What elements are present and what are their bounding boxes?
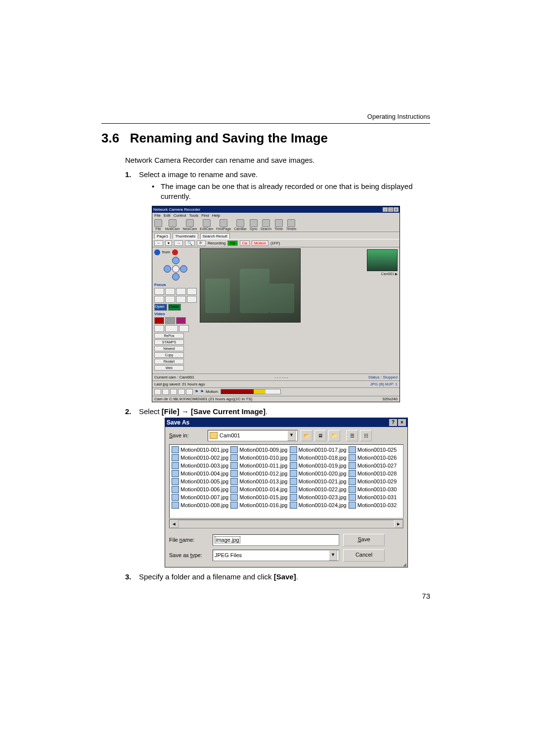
focus-btn[interactable] <box>154 288 164 295</box>
newest-btn[interactable]: Newest <box>154 346 184 351</box>
file-item[interactable]: Motion0010-011.jpg <box>229 462 288 470</box>
tool-findpage[interactable]: FindPage <box>216 219 231 231</box>
menu-help[interactable]: Help <box>212 213 220 218</box>
ptz-up-icon[interactable] <box>172 257 179 264</box>
nav-size[interactable]: ▾ <box>165 240 172 246</box>
filename-input[interactable]: image.jpg <box>213 534 339 546</box>
speaker-icon[interactable] <box>154 249 160 255</box>
snap-btn[interactable] <box>176 317 186 324</box>
nav-next[interactable]: → <box>174 240 183 246</box>
file-item[interactable]: Motion0010-012.jpg <box>229 470 288 477</box>
cam-thumb[interactable] <box>367 249 398 271</box>
file-item[interactable]: Motion0010-010.jpg <box>229 454 288 462</box>
zoom-btn[interactable] <box>176 296 186 303</box>
menu-edit[interactable]: Edit <box>164 213 171 218</box>
resize-grip-icon[interactable]: ◢ <box>165 563 407 567</box>
save-button[interactable]: Save <box>343 534 385 546</box>
stamps-btn[interactable]: STAMPS <box>154 339 184 345</box>
tab-page1[interactable]: Page1 <box>154 233 171 239</box>
rec-ca[interactable]: Ca <box>240 240 250 246</box>
nav-prev[interactable]: ← <box>154 240 163 246</box>
nav-find[interactable]: 🔍 <box>185 240 195 246</box>
desktop-icon[interactable]: 🖥 <box>314 430 326 441</box>
chevron-down-icon[interactable]: ▼ <box>287 430 296 441</box>
up-folder-icon[interactable]: 📂 <box>301 430 312 441</box>
play-controls[interactable] <box>154 389 193 395</box>
details-view-icon[interactable]: ☷ <box>360 430 372 441</box>
file-item[interactable]: Motion0010-008.jpg <box>171 501 229 509</box>
scroll-right-icon[interactable]: ► <box>394 520 403 528</box>
tool-timer[interactable]: Timer <box>274 219 283 231</box>
file-item[interactable]: Motion0010-020.jpg <box>289 470 348 477</box>
savein-combo[interactable]: Cam001 ▼ <box>208 430 298 441</box>
focus-btn[interactable] <box>176 288 186 295</box>
file-list[interactable]: Motion0010-001.jpgMotion0010-002.jpgMoti… <box>169 444 403 519</box>
forward-icon[interactable] <box>178 389 185 395</box>
record-btn[interactable] <box>154 317 164 324</box>
file-item[interactable]: Motion0010-007.jpg <box>171 493 229 501</box>
ptz-center-icon[interactable] <box>172 265 179 273</box>
cancel-button[interactable]: Cancel <box>343 549 385 562</box>
flag-icon[interactable]: ⚑ <box>195 389 198 394</box>
file-item[interactable]: Motion0010-001.jpg <box>171 446 229 454</box>
step-next[interactable] <box>179 325 189 332</box>
file-item[interactable]: Motion0010-018.jpg <box>289 454 348 462</box>
menu-tools[interactable]: Tools <box>189 213 198 218</box>
window-controls[interactable]: -□× <box>382 207 399 212</box>
tool-file[interactable]: File <box>154 219 162 231</box>
ptz-down-icon[interactable] <box>172 273 179 281</box>
file-item[interactable]: Motion0010-025 <box>348 446 398 454</box>
tool-timeln[interactable]: Timeln <box>286 219 297 231</box>
minimize-icon[interactable]: - <box>383 207 388 212</box>
tool-multicam[interactable]: MultiCam <box>165 219 180 231</box>
menu-find[interactable]: Find <box>201 213 209 218</box>
tool-search[interactable]: Search <box>261 219 271 231</box>
motion-bar[interactable] <box>221 389 281 394</box>
scroll-left-icon[interactable]: ◄ <box>170 520 178 528</box>
menu-control[interactable]: Control <box>174 213 186 218</box>
close-btn[interactable]: Close <box>168 304 181 311</box>
app-menubar[interactable]: File Edit Control Tools Find Help <box>152 213 400 218</box>
ptz-right-icon[interactable] <box>180 265 187 273</box>
rec-motion[interactable]: Motion <box>252 240 268 246</box>
file-item[interactable]: Motion0010-032 <box>348 501 398 509</box>
rewind-icon[interactable] <box>162 389 169 395</box>
tab-thumbnails[interactable]: Thumbnails <box>173 233 198 239</box>
file-item[interactable]: Motion0010-029 <box>348 477 398 485</box>
nav-flag[interactable]: 🏳 <box>197 240 206 246</box>
step-sel[interactable] <box>165 325 178 332</box>
help-icon[interactable]: ? <box>389 419 397 426</box>
file-item[interactable]: Motion0010-014.jpg <box>229 485 288 493</box>
close-icon[interactable]: × <box>394 207 399 212</box>
zoom-btn[interactable] <box>187 296 197 303</box>
rec-cp[interactable]: Cp <box>227 240 237 246</box>
file-item[interactable]: Motion0010-028 <box>348 470 398 477</box>
zoom-btn[interactable] <box>165 296 175 303</box>
file-item[interactable]: Motion0010-003.jpg <box>171 462 229 470</box>
menu-file[interactable]: File <box>154 213 161 218</box>
camera-preview[interactable] <box>200 248 301 323</box>
file-list-scrollbar[interactable]: ◄ ► <box>169 520 403 528</box>
focus-btn[interactable] <box>187 288 197 295</box>
file-item[interactable]: Motion0010-015.jpg <box>229 493 288 501</box>
file-item[interactable]: Motion0010-019.jpg <box>289 462 348 470</box>
mic-icon[interactable] <box>172 249 178 255</box>
stop-btn[interactable] <box>165 317 175 324</box>
play-icon[interactable] <box>170 389 177 395</box>
skip-fwd-icon[interactable] <box>186 389 193 395</box>
skip-back-icon[interactable] <box>154 389 161 395</box>
close-dialog-icon[interactable]: × <box>398 419 406 426</box>
tool-sync[interactable]: Sync <box>250 219 258 231</box>
step-prev[interactable] <box>154 325 164 332</box>
focus-btn[interactable] <box>165 288 175 295</box>
web-btn[interactable]: Web <box>154 365 184 371</box>
file-item[interactable]: Motion0010-021.jpg <box>289 477 348 485</box>
file-item[interactable]: Motion0010-024.jpg <box>289 501 348 509</box>
file-item[interactable]: Motion0010-005.jpg <box>171 477 229 485</box>
file-item[interactable]: Motion0010-030 <box>348 485 398 493</box>
tab-search-result[interactable]: Search Result <box>200 233 230 239</box>
file-item[interactable]: Motion0010-013.jpg <box>229 477 288 485</box>
file-item[interactable]: Motion0010-031 <box>348 493 398 501</box>
tool-newcam[interactable]: NewCam <box>183 219 197 231</box>
chevron-down-icon[interactable]: ▼ <box>329 550 337 561</box>
